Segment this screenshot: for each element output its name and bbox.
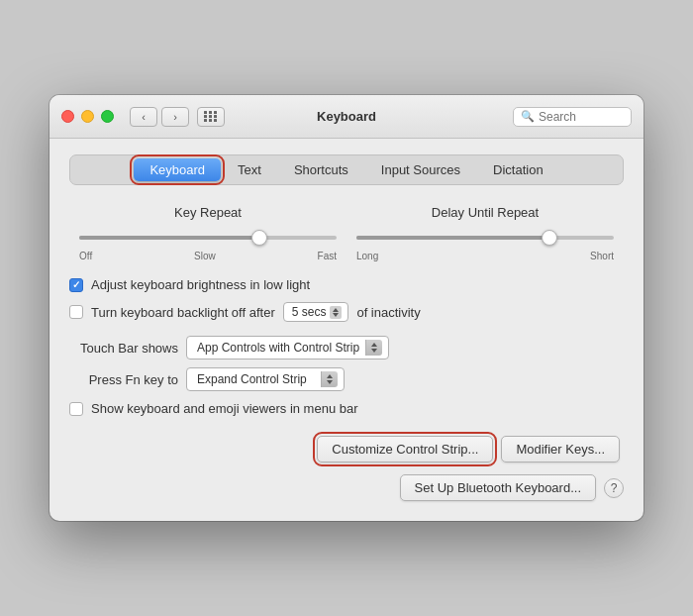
forward-button[interactable]: ›	[161, 107, 189, 127]
delay-repeat-left: Long	[356, 251, 378, 261]
key-repeat-left: Off	[79, 251, 92, 261]
grid-button[interactable]	[197, 107, 225, 127]
titlebar: ‹ › Keyboard 🔍	[50, 95, 644, 139]
adjust-brightness-checkbox[interactable]	[69, 278, 83, 292]
key-repeat-right: Fast	[318, 251, 337, 261]
fn-key-value: Expand Control Strip	[197, 372, 315, 386]
close-button[interactable]	[61, 110, 74, 123]
keyboard-preferences-window: ‹ › Keyboard 🔍 Keyboard Text Shortcuts I…	[50, 95, 644, 521]
tab-input-sources[interactable]: Input Sources	[365, 158, 476, 181]
key-repeat-thumb[interactable]	[251, 230, 267, 246]
delay-repeat-label: Delay Until Repeat	[432, 205, 539, 220]
delay-repeat-track[interactable]	[356, 228, 614, 248]
delay-repeat-track-bg	[356, 236, 614, 240]
tb-arrow-up	[371, 343, 377, 347]
help-button[interactable]: ?	[604, 478, 624, 498]
key-repeat-group: Key Repeat Off Slow Fast	[69, 205, 346, 261]
bottom-buttons: Customize Control Strip... Modifier Keys…	[69, 436, 624, 462]
delay-repeat-thumb[interactable]	[542, 230, 557, 246]
grid-icon	[204, 111, 218, 122]
key-repeat-label: Key Repeat	[174, 205, 242, 220]
search-input[interactable]	[539, 110, 628, 124]
key-repeat-slow: Slow	[194, 251, 216, 261]
adjust-brightness-row: Adjust keyboard brightness in low light	[69, 277, 624, 292]
content-area: Keyboard Text Shortcuts Input Sources Di…	[50, 139, 644, 521]
key-repeat-track[interactable]	[79, 228, 337, 248]
touch-bar-value: App Controls with Control Strip	[197, 341, 359, 355]
fn-key-select[interactable]: Expand Control Strip	[186, 367, 345, 391]
key-repeat-track-bg	[79, 236, 337, 240]
tab-text[interactable]: Text	[222, 158, 277, 181]
footer-row: Set Up Bluetooth Keyboard... ?	[69, 474, 624, 501]
delay-repeat-group: Delay Until Repeat Long Short	[346, 205, 624, 261]
back-button[interactable]: ‹	[130, 107, 157, 127]
sliders-section: Key Repeat Off Slow Fast Delay Until Rep…	[69, 205, 624, 261]
backlight-off-checkbox[interactable]	[69, 305, 83, 319]
nav-buttons: ‹ ›	[130, 107, 189, 127]
touch-bar-row: Touch Bar shows App Controls with Contro…	[69, 336, 624, 359]
traffic-lights	[61, 110, 114, 123]
customize-button[interactable]: Customize Control Strip...	[317, 436, 493, 462]
modifier-keys-button[interactable]: Modifier Keys...	[501, 436, 620, 462]
touch-bar-select[interactable]: App Controls with Control Strip	[186, 336, 389, 359]
bluetooth-keyboard-button[interactable]: Set Up Bluetooth Keyboard...	[400, 474, 596, 501]
backlight-time-value: 5 secs	[292, 305, 327, 319]
delay-repeat-right: Short	[590, 251, 614, 261]
backlight-off-label: Turn keyboard backlight off after	[91, 305, 275, 320]
delay-repeat-fill	[356, 236, 549, 240]
delay-repeat-labels: Long Short	[356, 251, 614, 261]
arrow-down-icon	[333, 313, 339, 317]
show-viewers-row: Show keyboard and emoji viewers in menu …	[69, 401, 624, 416]
tab-bar: Keyboard Text Shortcuts Input Sources Di…	[69, 154, 624, 185]
window-title: Keyboard	[317, 109, 376, 124]
key-repeat-fill	[79, 236, 259, 240]
tab-shortcuts[interactable]: Shortcuts	[278, 158, 364, 181]
adjust-brightness-label: Adjust keyboard brightness in low light	[91, 277, 310, 292]
fn-arrow-up	[327, 374, 333, 378]
backlight-time-select[interactable]: 5 secs	[283, 302, 349, 322]
options-section: Adjust keyboard brightness in low light …	[69, 277, 624, 322]
fn-key-row: Press Fn key to Expand Control Strip	[69, 367, 624, 391]
touch-bar-arrow	[365, 340, 382, 356]
fn-key-arrow	[321, 371, 338, 387]
show-viewers-label: Show keyboard and emoji viewers in menu …	[91, 401, 358, 416]
minimize-button[interactable]	[81, 110, 94, 123]
tab-dictation[interactable]: Dictation	[477, 158, 559, 181]
search-box[interactable]: 🔍	[513, 107, 632, 127]
tab-keyboard[interactable]: Keyboard	[134, 158, 221, 181]
key-repeat-labels: Off Slow Fast	[79, 251, 337, 261]
show-viewers-checkbox[interactable]	[69, 402, 83, 416]
touch-bar-label: Touch Bar shows	[69, 341, 178, 356]
maximize-button[interactable]	[101, 110, 114, 123]
arrow-up-icon	[333, 308, 339, 312]
backlight-off-suffix: of inactivity	[356, 305, 420, 320]
backlight-off-row: Turn keyboard backlight off after 5 secs…	[69, 302, 624, 322]
fn-key-label: Press Fn key to	[69, 372, 178, 387]
backlight-time-arrow	[330, 306, 342, 319]
search-icon: 🔍	[521, 110, 535, 123]
tb-arrow-down	[371, 349, 377, 353]
fn-arrow-down	[327, 380, 333, 384]
